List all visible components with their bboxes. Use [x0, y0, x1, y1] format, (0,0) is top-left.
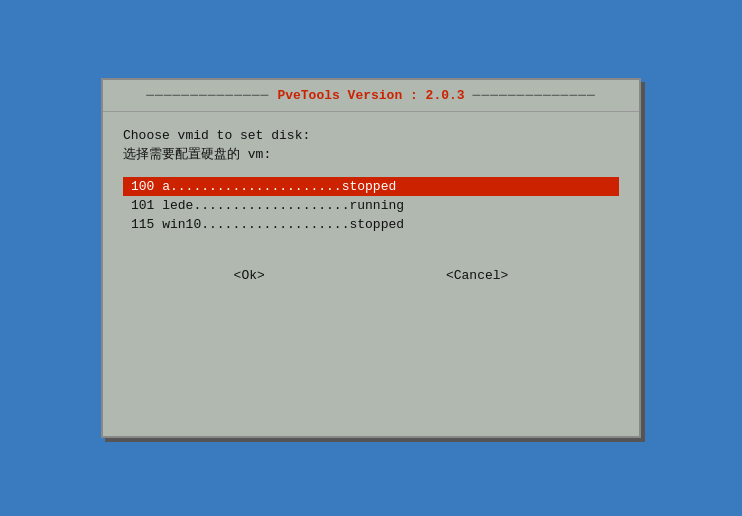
prompt-line-1: Choose vmid to set disk:: [123, 128, 619, 143]
list-item-115[interactable]: 115 win10...................stopped: [123, 215, 619, 234]
list-item-100[interactable]: 100 a......................stopped: [123, 177, 619, 196]
button-row: <Ok> <Cancel>: [123, 264, 619, 287]
main-dialog: ────────────── PveTools Version : 2.0.3 …: [101, 78, 641, 438]
list-item-101[interactable]: 101 lede....................running: [123, 196, 619, 215]
title-dashes-right: ──────────────: [473, 88, 596, 103]
title-dashes-left: ──────────────: [146, 88, 269, 103]
prompt-line-2: 选择需要配置硬盘的 vm:: [123, 145, 619, 163]
title-bar: ────────────── PveTools Version : 2.0.3 …: [103, 80, 639, 112]
title-line: ────────────── PveTools Version : 2.0.3 …: [146, 88, 596, 103]
cancel-button[interactable]: <Cancel>: [436, 264, 518, 287]
dialog-content: Choose vmid to set disk: 选择需要配置硬盘的 vm: 1…: [103, 112, 639, 307]
vm-list: 100 a......................stopped 101 l…: [123, 177, 619, 234]
ok-button[interactable]: <Ok>: [224, 264, 275, 287]
dialog-title: PveTools Version : 2.0.3: [269, 88, 472, 103]
